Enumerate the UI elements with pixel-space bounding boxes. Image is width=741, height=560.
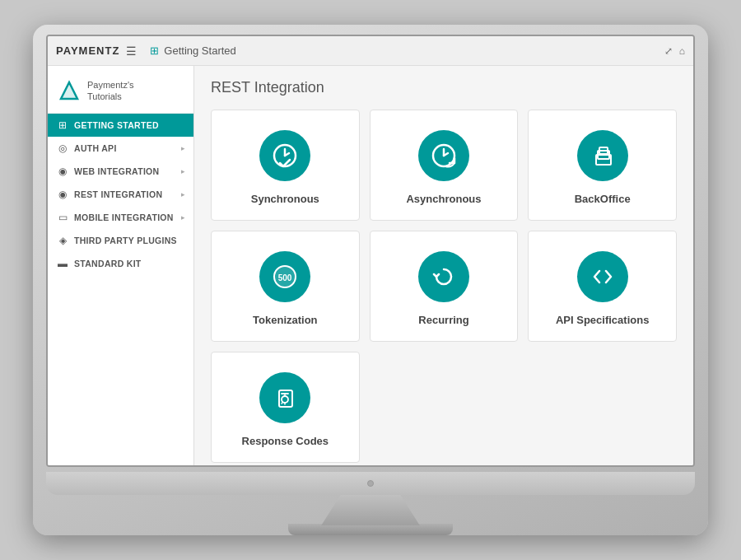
asynchronous-icon-circle	[418, 130, 469, 181]
recurring-label: Recurring	[418, 314, 468, 326]
sidebar-web-integration-arrow: ▸	[181, 167, 185, 175]
synchronous-icon	[271, 142, 299, 170]
sidebar-getting-started-icon: ⊞	[56, 119, 69, 131]
sidebar-logo: Paymentz's Tutorials	[48, 72, 193, 114]
sidebar-item-getting-started[interactable]: ⊞ Getting Started	[48, 114, 193, 137]
svg-point-14	[282, 396, 288, 403]
backoffice-label: BackOffice	[575, 193, 631, 205]
sidebar-mobile-integration-label: Mobile Integration	[74, 212, 176, 222]
main-content: Paymentz's Tutorials ⊞ Getting Started ◎…	[48, 66, 693, 465]
monitor-screen: PAYMENTZ ☰ ⊞ Getting Started ⤢ ⌂	[46, 35, 695, 467]
synchronous-label: Synchronous	[251, 193, 319, 205]
sidebar-third-party-label: Third Party Plugins	[74, 236, 185, 245]
synchronous-icon-circle	[259, 130, 310, 181]
sidebar-rest-integration-icon: ◉	[56, 189, 69, 200]
sidebar-rest-integration-arrow: ▸	[181, 190, 185, 198]
menu-icon[interactable]: ☰	[126, 44, 137, 58]
sidebar-item-mobile-integration[interactable]: ▭ Mobile Integration ▸	[48, 206, 193, 229]
monitor-bottom-bar	[46, 472, 695, 495]
sidebar-web-integration-icon: ◉	[56, 166, 69, 177]
api-specs-icon	[589, 263, 617, 291]
content-area: REST Integration	[194, 66, 693, 465]
sidebar-item-third-party-plugins[interactable]: ◈ Third Party Plugins	[48, 229, 193, 252]
asynchronous-label: Asynchronous	[406, 193, 481, 205]
home-icon[interactable]: ⌂	[679, 45, 685, 57]
tile-synchronous[interactable]: Synchronous	[211, 110, 360, 221]
tokenization-icon: 500	[271, 263, 299, 291]
sidebar-web-integration-label: Web Integration	[74, 166, 176, 176]
sidebar-third-party-icon: ◈	[56, 235, 69, 246]
recurring-icon	[430, 263, 458, 291]
page-title: REST Integration	[211, 79, 677, 96]
api-specifications-label: API Specifications	[556, 314, 649, 326]
sidebar: Paymentz's Tutorials ⊞ Getting Started ◎…	[48, 66, 194, 465]
response-codes-icon	[271, 384, 299, 412]
breadcrumb-text: Getting Started	[164, 44, 235, 57]
tokenization-label: Tokenization	[253, 314, 317, 326]
backoffice-icon	[589, 142, 617, 170]
sidebar-getting-started-label: Getting Started	[74, 120, 185, 130]
svg-text:500: 500	[278, 273, 292, 282]
tiles-grid: Synchronous A	[211, 110, 677, 463]
sidebar-item-standard-kit[interactable]: ▬ Standard Kit	[48, 252, 193, 275]
top-bar-left: PAYMENTZ ☰	[56, 44, 137, 58]
sidebar-auth-api-label: Auth API	[74, 143, 176, 153]
brand-name: PAYMENTZ	[56, 44, 119, 57]
svg-marker-1	[61, 82, 77, 99]
response-codes-icon-circle	[259, 372, 310, 423]
grid-icon: ⊞	[150, 44, 159, 57]
response-codes-label: Response Codes	[242, 435, 329, 447]
sidebar-item-rest-integration[interactable]: ◉ REST Integration ▸	[48, 183, 193, 206]
breadcrumb: ⊞ Getting Started	[137, 44, 664, 57]
backoffice-icon-circle	[577, 130, 628, 181]
sidebar-item-auth-api[interactable]: ◎ Auth API ▸	[48, 137, 193, 160]
monitor-outer: PAYMENTZ ☰ ⊞ Getting Started ⤢ ⌂	[33, 25, 708, 535]
api-specs-icon-circle	[577, 251, 628, 302]
tokenization-icon-circle: 500	[259, 251, 310, 302]
tile-response-codes[interactable]: Response Codes	[211, 352, 360, 463]
monitor-power-dot	[367, 480, 374, 487]
logo-icon	[58, 79, 81, 102]
monitor-stand	[321, 495, 420, 526]
sidebar-item-web-integration[interactable]: ◉ Web Integration ▸	[48, 160, 193, 183]
sidebar-rest-integration-label: REST Integration	[74, 189, 176, 199]
top-bar: PAYMENTZ ☰ ⊞ Getting Started ⤢ ⌂	[48, 36, 693, 66]
top-bar-actions: ⤢ ⌂	[664, 45, 685, 57]
monitor-base	[288, 524, 453, 535]
tile-recurring[interactable]: Recurring	[370, 231, 519, 342]
sidebar-auth-api-arrow: ▸	[181, 144, 185, 152]
tile-asynchronous[interactable]: Asynchronous	[370, 110, 519, 221]
recurring-icon-circle	[418, 251, 469, 302]
sidebar-mobile-integration-arrow: ▸	[181, 213, 185, 222]
sidebar-auth-api-icon: ◎	[56, 142, 69, 154]
sidebar-standard-kit-label: Standard Kit	[74, 259, 185, 268]
tile-api-specifications[interactable]: API Specifications	[528, 231, 677, 342]
tile-tokenization[interactable]: 500 Tokenization	[211, 231, 360, 342]
sidebar-standard-kit-icon: ▬	[56, 258, 69, 269]
sidebar-mobile-integration-icon: ▭	[56, 212, 69, 223]
maximize-icon[interactable]: ⤢	[664, 45, 673, 57]
tile-backoffice[interactable]: BackOffice	[528, 110, 677, 221]
sidebar-logo-text: Paymentz's Tutorials	[87, 79, 134, 103]
asynchronous-icon	[430, 142, 458, 170]
